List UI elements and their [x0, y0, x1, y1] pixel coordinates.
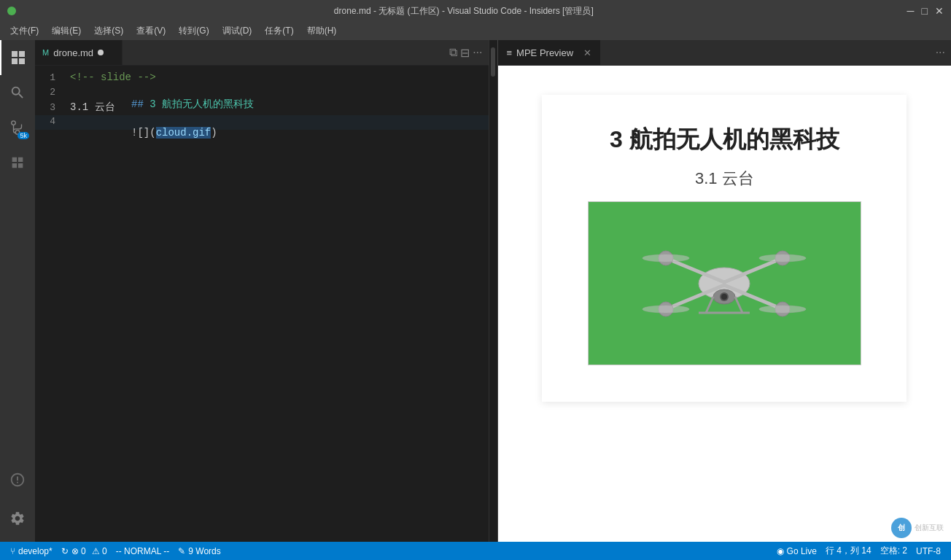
svg-point-13: [759, 254, 806, 262]
status-mode[interactable]: -- NORMAL --: [112, 542, 174, 560]
branch-icon: ⑂: [10, 546, 15, 556]
tab-file-icon: M: [42, 48, 49, 57]
status-golive[interactable]: ◉ Go Live: [772, 542, 821, 560]
minimize-button[interactable]: ─: [907, 5, 915, 17]
preview-more-icon[interactable]: ···: [936, 46, 945, 59]
window-controls[interactable]: ─ □ ✕: [907, 5, 944, 17]
spaces-text: 空格: 2: [880, 545, 907, 557]
line-col-text: 行 4，列 14: [826, 545, 872, 557]
code-line-4: 4 ![](cloud.gif): [35, 115, 489, 130]
maximize-button[interactable]: □: [922, 5, 928, 17]
window-title: drone.md - 无标题 (工作区) - Visual Studio Cod…: [20, 5, 907, 18]
preview-content: 3 航拍无人机的黑科技 3.1 云台: [498, 66, 952, 542]
preview-tab-label: MPE Preview: [516, 47, 573, 58]
line-content-4: ![](cloud.gif): [70, 115, 481, 150]
status-warnings: ⚠ 0: [92, 546, 107, 556]
menu-help[interactable]: 帮助(H): [301, 23, 343, 39]
code-line-3: 3 3.1 云台: [35, 101, 489, 115]
img-paren-close: ): [211, 127, 217, 139]
tab-modified-dot: [98, 50, 104, 55]
watermark-text: 创新互联: [915, 524, 944, 532]
svg-point-15: [759, 306, 806, 313]
more-actions-icon[interactable]: ···: [473, 46, 482, 59]
menu-file[interactable]: 文件(F): [4, 23, 44, 39]
preview-tabs: ≡ MPE Preview ✕ ···: [498, 40, 952, 66]
tab-filename: drone.md: [53, 47, 93, 58]
source-control-badge: 5k: [18, 132, 29, 139]
mode-text: -- NORMAL --: [116, 546, 170, 556]
words-count: 9 Words: [188, 546, 220, 556]
preview-tab-icon: ≡: [507, 47, 513, 58]
preview-pane: ≡ MPE Preview ✕ ··· 3 航拍无人机的黑科技 3.1 云台: [497, 40, 952, 542]
watermark: 创 创新互联: [891, 518, 944, 538]
activity-bar: 5k: [0, 40, 35, 542]
remote-icon[interactable]: [0, 462, 35, 497]
preview-subheading: 3.1 云台: [695, 168, 754, 190]
window-icon: [7, 7, 16, 15]
extensions-icon[interactable]: [0, 145, 35, 180]
line-number-2: 2: [35, 87, 70, 98]
branch-name: develop*: [18, 546, 53, 556]
scrollbar-thumb[interactable]: [491, 47, 495, 77]
status-bar: ⑂ develop* ↻ ⊗ 0 ⚠ 0 -- NORMAL -- ✎ 9 Wo…: [0, 542, 951, 560]
img-src: cloud.gif: [156, 127, 211, 139]
img-paren-open: (: [150, 127, 155, 139]
menu-view[interactable]: 查看(V): [131, 23, 171, 39]
status-line-col[interactable]: 行 4，列 14: [821, 542, 876, 560]
tab-actions: ⧉ ⊟ ···: [443, 40, 488, 65]
collapse-icon[interactable]: ⊟: [460, 46, 470, 60]
settings-icon[interactable]: [0, 501, 35, 536]
preview-tab-close[interactable]: ✕: [583, 47, 591, 58]
editor-tab-drone-md[interactable]: M drone.md: [35, 40, 123, 65]
status-errors: ⊗ 0: [71, 546, 86, 556]
svg-point-14: [643, 306, 689, 313]
editor-area: M drone.md ⧉ ⊟ ··· 1 <!-- slide --> 2 ##…: [35, 40, 489, 542]
preview-image: [588, 201, 861, 365]
watermark-logo: 创: [891, 518, 912, 538]
img-bracket-close: ]: [144, 127, 150, 139]
svg-point-12: [643, 254, 689, 262]
title-bar: drone.md - 无标题 (工作区) - Visual Studio Cod…: [0, 0, 951, 22]
line-number-1: 1: [35, 72, 70, 83]
preview-heading: 3 航拍无人机的黑科技: [610, 124, 839, 156]
code-editor[interactable]: 1 <!-- slide --> 2 ## 3 航拍无人机的黑科技 3 3.1 …: [35, 66, 489, 542]
preview-tab-actions: ···: [930, 40, 951, 65]
line-number-4: 4: [35, 116, 70, 127]
status-spaces[interactable]: 空格: 2: [876, 542, 912, 560]
preview-slide: 3 航拍无人机的黑科技 3.1 云台: [542, 95, 907, 402]
encoding-text: UTF-8: [916, 546, 941, 556]
status-sync[interactable]: ↻ ⊗ 0 ⚠ 0: [57, 542, 112, 560]
code-line-2: 2 ## 3 航拍无人机的黑科技: [35, 86, 489, 101]
svg-line-17: [735, 297, 742, 313]
golive-text: ◉ Go Live: [777, 546, 817, 556]
close-button[interactable]: ✕: [935, 5, 944, 17]
menu-bar: 文件(F) 编辑(E) 选择(S) 查看(V) 转到(G) 调试(D) 任务(T…: [0, 22, 951, 40]
source-control-icon[interactable]: 5k: [0, 110, 35, 145]
svg-point-3: [721, 294, 727, 300]
drone-illustration: [622, 218, 826, 349]
pencil-icon: ✎: [178, 546, 185, 556]
menu-debug[interactable]: 调试(D): [217, 23, 258, 39]
img-bracket-open: [: [137, 127, 143, 139]
sync-icon: ↻: [61, 546, 69, 556]
main-layout: 5k M drone.md ⧉ ⊟ ···: [0, 40, 951, 542]
editor-scrollbar[interactable]: [489, 40, 497, 542]
preview-tab-mpe[interactable]: ≡ MPE Preview ✕: [498, 40, 601, 65]
line-content-3: 3.1 云台: [70, 101, 481, 114]
editor-tabs: M drone.md ⧉ ⊟ ···: [35, 40, 489, 66]
status-words[interactable]: ✎ 9 Words: [174, 542, 225, 560]
line-number-3: 3: [35, 102, 70, 113]
menu-edit[interactable]: 编辑(E): [46, 23, 87, 39]
search-icon[interactable]: [0, 75, 35, 110]
svg-line-16: [706, 297, 713, 313]
status-branch[interactable]: ⑂ develop*: [6, 542, 57, 560]
line-content-1: <!-- slide -->: [70, 71, 481, 83]
menu-task[interactable]: 任务(T): [259, 23, 299, 39]
menu-select[interactable]: 选择(S): [88, 23, 129, 39]
split-editor-icon[interactable]: ⧉: [449, 46, 457, 59]
status-encoding[interactable]: UTF-8: [912, 542, 945, 560]
menu-goto[interactable]: 转到(G): [173, 23, 214, 39]
explorer-icon[interactable]: [0, 40, 35, 75]
code-line-1: 1 <!-- slide -->: [35, 71, 489, 86]
